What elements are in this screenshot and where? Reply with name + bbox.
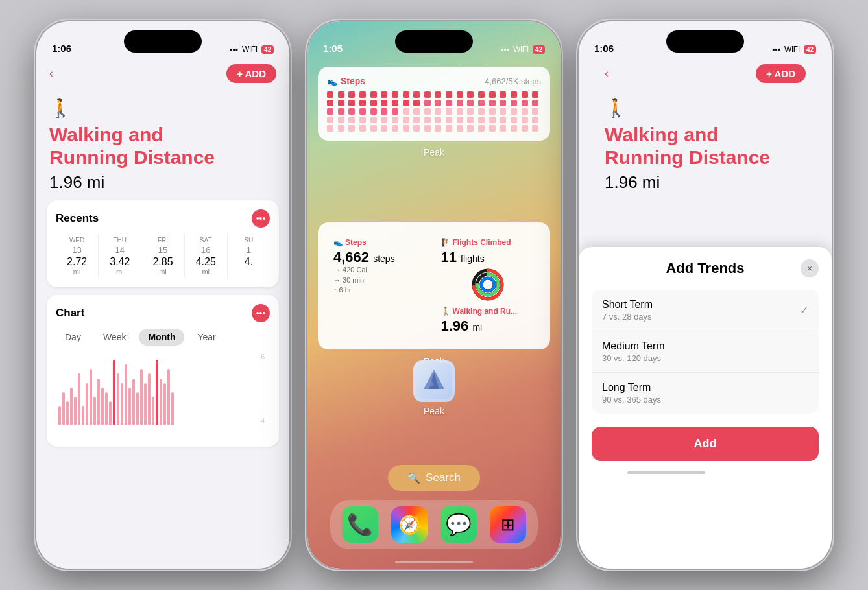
y-label-bottom: 4 <box>261 418 265 425</box>
short-term-info: Short Term 7 vs. 28 days <box>602 299 653 322</box>
flights-icon: 🧗 <box>441 238 451 247</box>
day-val-sun: 4. <box>229 256 269 268</box>
step-dot-29 <box>424 100 431 106</box>
phone2-status-icons: ▪▪▪ WiFi 42 <box>501 45 545 54</box>
signal-icon-3: ▪▪▪ <box>772 45 780 54</box>
lock-dock: 🔍 Search 📞 🧭 💬 ⊞ <box>307 465 561 549</box>
dock-messages-app[interactable]: 💬 <box>440 506 477 543</box>
health-title: Walking and Running Distance <box>36 121 289 170</box>
day-num-sun: 1 <box>229 245 269 255</box>
chart-bar-10 <box>97 379 100 425</box>
chart-bar-12 <box>105 392 108 425</box>
chart-bar-0 <box>58 406 61 425</box>
signal-icon: ▪▪▪ <box>230 45 238 54</box>
tab-week[interactable]: Week <box>94 329 136 346</box>
phone3-back-button[interactable]: ‹ <box>605 67 609 80</box>
recents-card: Recents ••• WED 13 2.72 mi THU 14 <box>47 200 279 287</box>
step-dot-24 <box>370 100 377 106</box>
step-dot-41 <box>338 108 344 115</box>
add-trend-button[interactable]: Add <box>592 427 819 461</box>
step-dot-67 <box>403 117 409 123</box>
widget1-top-row: 👟 Steps 4,662/5K steps <box>327 76 541 86</box>
search-pill[interactable]: 🔍 Search <box>388 465 480 491</box>
modal-close-button[interactable]: × <box>801 259 819 277</box>
dynamic-island-1 <box>124 30 202 53</box>
step-dot-37 <box>511 100 517 106</box>
widget-flights-label: 🧗 Flights Climbed <box>441 238 535 247</box>
step-dot-57 <box>511 108 517 115</box>
step-dot-82 <box>348 125 355 132</box>
step-dot-98 <box>522 125 528 132</box>
step-dot-27 <box>403 100 409 106</box>
short-term-name: Short Term <box>602 299 653 311</box>
chart-bar-26 <box>160 379 162 425</box>
trend-option-short-term[interactable]: Short Term 7 vs. 28 days ✓ <box>592 290 819 331</box>
chart-title: Chart <box>56 307 84 320</box>
step-dot-65 <box>381 117 387 123</box>
step-dot-19 <box>532 91 538 98</box>
step-dot-28 <box>413 100 420 106</box>
step-dot-94 <box>478 125 485 132</box>
phone3-bg-content: ‹ + ADD 🚶 Walking and Running Distance 1… <box>579 59 832 200</box>
chart-bar-20 <box>136 392 139 425</box>
phone2-home-indicator <box>395 561 473 563</box>
step-dot-89 <box>424 125 431 132</box>
recents-col-wed: WED 13 2.72 mi <box>56 234 99 278</box>
dot-grid <box>327 91 541 132</box>
day-val-thu: 3.42 <box>100 256 139 268</box>
trend-option-long-term[interactable]: Long Term 90 vs. 365 days <box>592 373 819 414</box>
tab-year[interactable]: Year <box>188 329 224 346</box>
step-dot-73 <box>467 117 474 123</box>
widget-calories-sub: → 420 Cal → 30 min ↑ 6 hr <box>333 265 428 295</box>
chart-bars <box>56 353 176 425</box>
dock-phone-app[interactable]: 📞 <box>342 506 378 543</box>
dock-icons: 📞 🧭 💬 ⊞ <box>330 500 538 549</box>
trend-option-medium-term[interactable]: Medium Term 30 vs. 120 days <box>592 331 819 373</box>
distance-icon: 🚶 <box>441 307 451 316</box>
step-dot-25 <box>381 100 387 106</box>
step-dot-4 <box>370 91 377 98</box>
recents-table: WED 13 2.72 mi THU 14 3.42 mi FRI <box>56 234 270 278</box>
back-button[interactable]: ‹ <box>49 67 53 80</box>
chart-bar-6 <box>82 406 84 425</box>
tab-month[interactable]: Month <box>139 329 184 346</box>
dock-safari-app[interactable]: 🧭 <box>391 506 428 543</box>
recents-col-thu: THU 14 3.42 mi <box>99 234 141 278</box>
activity-ring-container <box>441 265 535 304</box>
dynamic-island-2 <box>395 30 473 53</box>
dock-apps-app[interactable]: ⊞ <box>490 506 526 543</box>
chart-bar-2 <box>66 401 69 425</box>
battery-badge-2: 42 <box>533 45 545 54</box>
step-dot-38 <box>522 100 528 106</box>
step-dot-20 <box>327 100 333 106</box>
chart-bar-1 <box>62 392 65 425</box>
chart-bar-19 <box>132 379 135 425</box>
activity-ring <box>470 267 505 302</box>
step-dot-47 <box>403 108 409 115</box>
phone3-walker-icon: 🚶 <box>605 98 627 118</box>
step-dot-99 <box>532 125 538 132</box>
recents-more-button[interactable]: ••• <box>252 209 270 228</box>
step-dot-71 <box>446 117 452 123</box>
peak-app[interactable]: Peak <box>413 360 455 416</box>
step-dot-58 <box>522 108 528 115</box>
chart-area: 6 4 <box>56 353 270 438</box>
widget-steps-label: 👟 Steps <box>333 238 428 247</box>
chart-bar-23 <box>148 373 151 425</box>
tab-day[interactable]: Day <box>56 329 90 346</box>
chart-more-button[interactable]: ••• <box>252 304 270 322</box>
phone3-add-button[interactable]: + ADD <box>756 64 806 83</box>
wifi-icon: WiFi <box>242 45 258 54</box>
phone1: 1:06 ▪▪▪ WiFi 42 ‹ + ADD 🚶 Walking and R <box>36 21 289 569</box>
day-val-fri: 2.85 <box>143 256 182 268</box>
step-dot-3 <box>359 91 366 98</box>
step-dot-85 <box>381 125 387 132</box>
step-dot-81 <box>338 125 344 132</box>
add-trends-modal: Add Trends × Short Term 7 vs. 28 days ✓ <box>579 247 832 569</box>
trend-options-list: Short Term 7 vs. 28 days ✓ Medium Term 3… <box>592 290 819 414</box>
widget-flights-cell: 🧗 Flights Climbed 11 flights <box>435 231 542 340</box>
step-dot-72 <box>457 117 463 123</box>
day-val-sat: 4.25 <box>186 256 226 268</box>
step-dot-88 <box>413 125 420 132</box>
add-button[interactable]: + ADD <box>226 64 276 83</box>
